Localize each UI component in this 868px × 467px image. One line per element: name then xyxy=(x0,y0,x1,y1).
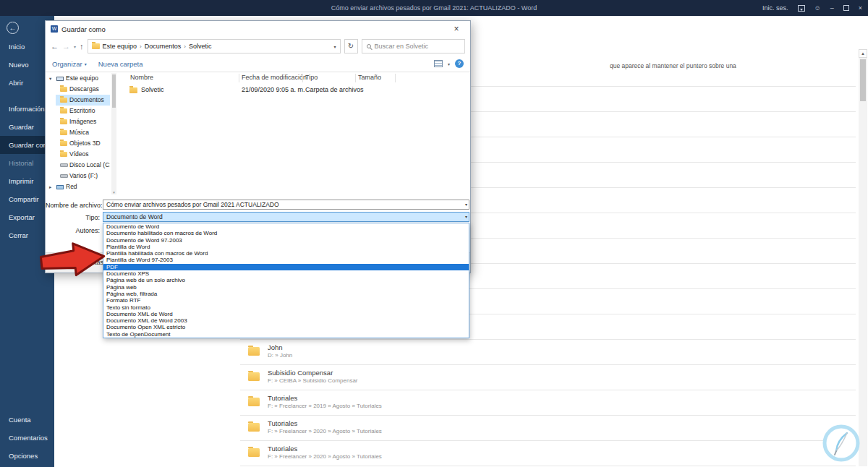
ribbon-display-options-icon[interactable] xyxy=(798,5,805,12)
sidebar-group-bottom: CuentaComentariosOpciones xyxy=(0,411,54,465)
expand-chevron-icon[interactable]: ▸ xyxy=(49,181,51,192)
column-separator xyxy=(239,74,239,82)
filetype-option-pagina-web-de-un-solo-archivo[interactable]: Página web de un solo archivo xyxy=(103,277,469,283)
filetype-option-documento-habilitado-con-macros-de-word[interactable]: Documento habilitado con macros de Word xyxy=(103,230,469,236)
tree-item-label: Escritorio xyxy=(47,106,110,116)
tree-scroll-down-icon[interactable]: ▾ xyxy=(111,190,116,194)
recent-locations-chevron-icon[interactable]: ▾ xyxy=(74,44,76,49)
filetype-option-documento-xml-de-word-2003[interactable]: Documento XML de Word 2003 xyxy=(103,317,469,324)
file-row-solvetic[interactable]: Solvetic 21/09/2020 9:05 a. m. Carpeta d… xyxy=(119,85,469,96)
tree-item-este-equipo[interactable]: ▾Este equipo xyxy=(47,73,110,84)
collapse-chevron-icon[interactable]: ▾ xyxy=(49,73,51,84)
titlebar-controls: Inic. ses. ☺ – × xyxy=(762,0,862,16)
breadcrumb-documentos[interactable]: Documentos xyxy=(145,43,182,50)
dialog-title: Guardar como xyxy=(61,25,106,33)
scroll-up-icon[interactable]: ▲ xyxy=(859,49,867,58)
address-folder-icon xyxy=(92,43,100,49)
filename-input[interactable]: Cómo enviar archivos pesados por Gmail 2… xyxy=(103,200,469,210)
tree-item-label: Vídeos xyxy=(47,149,110,160)
column-header-nombre[interactable]: Nombre xyxy=(130,74,153,81)
filetype-option-plantilla-de-word[interactable]: Plantilla de Word xyxy=(103,244,469,250)
filetype-option-documento-xml-de-word[interactable]: Documento XML de Word xyxy=(103,311,469,317)
tree-scrollbar[interactable]: ▾ xyxy=(111,73,116,194)
filetype-option-texto-de-opendocument[interactable]: Texto de OpenDocument xyxy=(103,331,469,338)
scrollbar-thumb[interactable] xyxy=(860,59,866,101)
back-button[interactable]: ← xyxy=(7,22,19,34)
filetype-option-formato-rtf[interactable]: Formato RTF xyxy=(103,297,469,304)
dialog-close-icon[interactable]: × xyxy=(448,24,465,34)
filetype-combo-chevron-icon[interactable]: ▾ xyxy=(465,213,467,222)
filetype-option-pagina-web-filtrada[interactable]: Página web, filtrada xyxy=(103,291,469,297)
tree-item-label: Imágenes xyxy=(47,116,110,127)
address-bar[interactable]: Este equipo›Documentos›Solvetic ▾ xyxy=(88,39,341,53)
breadcrumb-solvetic[interactable]: Solvetic xyxy=(189,43,212,50)
recent-folder-row[interactable]: TutorialesF: » Freelancer » 2020 » Agost… xyxy=(240,441,856,466)
column-header-tipo[interactable]: Tipo xyxy=(305,74,318,81)
breadcrumb-este-equipo[interactable]: Este equipo xyxy=(103,43,137,50)
recent-folder-row[interactable]: TutorialesF: » Freelancer » 2020 » Agost… xyxy=(240,416,856,441)
folder-icon xyxy=(248,372,260,381)
tree-item-varios-f[interactable]: Varios (F:) xyxy=(47,171,110,181)
close-icon[interactable]: × xyxy=(859,0,862,16)
signin-button[interactable]: Inic. ses. xyxy=(762,4,788,12)
view-mode-icon[interactable] xyxy=(434,60,443,67)
feedback-smiley-icon[interactable]: ☺ xyxy=(814,0,821,16)
folder-icon xyxy=(60,87,67,93)
tree-item-escritorio[interactable]: Escritorio xyxy=(47,106,110,116)
address-dropdown-chevron-icon[interactable]: ▾ xyxy=(334,44,336,49)
window-scrollbar[interactable]: ▲ xyxy=(859,49,867,466)
filetype-dropdown[interactable]: Documento de Word ▾ xyxy=(103,212,469,222)
sidebar-item-opciones[interactable]: Opciones xyxy=(0,447,54,465)
tree-scrollbar-thumb[interactable] xyxy=(112,74,116,108)
view-mode-chevron-icon[interactable]: ▾ xyxy=(448,61,450,67)
tree-item-descargas[interactable]: Descargas xyxy=(47,84,110,95)
new-folder-button[interactable]: Nueva carpeta xyxy=(98,60,143,68)
filetype-option-documento-xps[interactable]: Documento XPS xyxy=(103,270,469,277)
sidebar-item-cuenta[interactable]: Cuenta xyxy=(0,411,54,429)
tree-item-disco-local-c[interactable]: Disco Local (C:) xyxy=(47,160,110,171)
filetype-option-documento-de-word[interactable]: Documento de Word xyxy=(103,223,469,230)
restore-icon[interactable] xyxy=(843,5,849,11)
filetype-option-plantilla-de-word-97-2003[interactable]: Plantilla de Word 97-2003 xyxy=(103,257,469,263)
filetype-option-pdf[interactable]: PDF xyxy=(103,264,469,270)
filetype-option-documento-open-xml-estricto[interactable]: Documento Open XML estricto xyxy=(103,324,469,330)
recent-folder-path: F: » Freelancer » 2019 » Agosto » Tutori… xyxy=(268,403,382,409)
tree-item-documentos[interactable]: Documentos xyxy=(47,95,110,106)
filetype-option-documento-de-word-97-2003[interactable]: Documento de Word 97-2003 xyxy=(103,237,469,244)
solvetic-logo xyxy=(822,424,861,463)
minimize-icon[interactable]: – xyxy=(830,0,834,16)
drive-icon xyxy=(60,163,68,167)
filetype-option-pagina-web[interactable]: Página web xyxy=(103,284,469,291)
tree-item-objetos-3d[interactable]: Objetos 3D xyxy=(47,138,110,149)
tree-item-imagenes[interactable]: Imágenes xyxy=(47,116,110,127)
refresh-icon[interactable]: ↻ xyxy=(344,39,358,53)
breadcrumb-separator: › xyxy=(140,43,142,50)
tree-item-videos[interactable]: Vídeos xyxy=(47,149,110,160)
recent-folder-path: D: » John xyxy=(268,352,292,359)
column-header-fecha[interactable]: Fecha de modificación xyxy=(242,74,307,81)
tree-item-red[interactable]: ▸Red xyxy=(47,181,110,192)
organize-button[interactable]: Organizar ▾ xyxy=(52,60,87,68)
filetype-option-texto-sin-formato[interactable]: Texto sin formato xyxy=(103,304,469,311)
recent-folder-row[interactable]: JohnD: » John xyxy=(240,340,856,365)
folder-icon xyxy=(60,152,67,158)
sidebar-item-comentarios[interactable]: Comentarios xyxy=(0,429,54,447)
filename-combo-chevron-icon[interactable]: ▾ xyxy=(465,200,467,210)
column-header-tamano[interactable]: Tamaño xyxy=(358,74,381,81)
help-icon[interactable]: ? xyxy=(455,59,464,68)
recent-folder-name: John xyxy=(268,343,283,351)
recent-folder-name: Tutoriales xyxy=(268,419,297,427)
recent-folder-path: F: » Freelancer » 2020 » Agosto » Tutori… xyxy=(268,428,382,434)
nav-forward-icon[interactable]: → xyxy=(62,43,70,51)
pc-icon xyxy=(56,77,64,81)
nav-back-icon[interactable]: ← xyxy=(51,43,59,51)
recent-folder-row[interactable]: Subisidio CompensarF: » CEIBA » Subisidi… xyxy=(240,365,856,390)
save-as-dialog: W Guardar como × ← → ▾ ↑ Este equipo›Doc… xyxy=(45,20,471,273)
red-arrow-annotation xyxy=(38,239,109,282)
search-box[interactable]: Buscar en Solvetic xyxy=(362,39,465,53)
dialog-titlebar: W Guardar como × xyxy=(46,21,470,37)
nav-up-icon[interactable]: ↑ xyxy=(80,43,84,51)
tree-item-musica[interactable]: Música xyxy=(47,127,110,138)
filetype-option-plantilla-habilitada-con-macros-de-word[interactable]: Plantilla habilitada con macros de Word xyxy=(103,250,469,257)
recent-folder-row[interactable]: TutorialesF: » Freelancer » 2019 » Agost… xyxy=(240,390,856,416)
